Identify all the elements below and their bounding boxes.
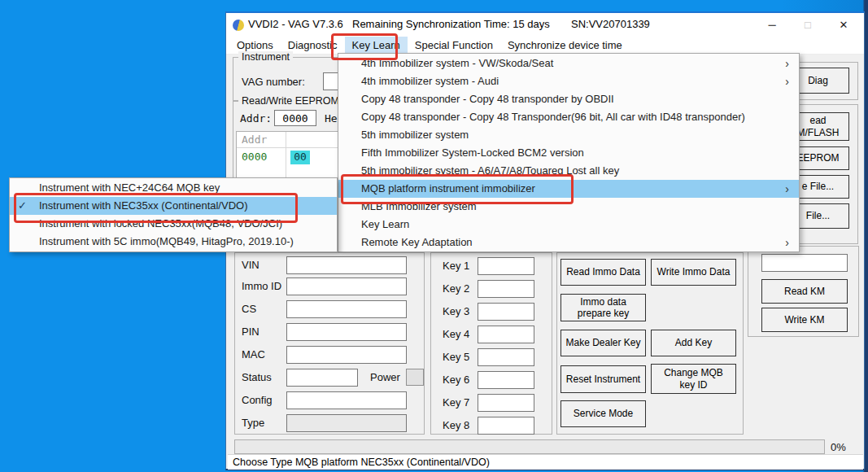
- status-label: Status: [242, 371, 272, 383]
- sync-time-text: Remaining Synchronization Time: 15 days: [352, 18, 550, 30]
- key2-input[interactable]: [478, 280, 534, 298]
- key4-label: Key 4: [443, 328, 469, 340]
- progress-bar: [234, 439, 825, 454]
- pin-label: PIN: [242, 326, 260, 338]
- menubar-item-special-function[interactable]: Special Function: [408, 37, 500, 54]
- annotation-box-mqb-platform: [341, 174, 574, 204]
- menu-item-4th-immobilizer-vw[interactable]: 4th Immobilizer system - VW/Skoda/Seat ›: [338, 55, 799, 72]
- key3-label: Key 3: [443, 305, 469, 317]
- immo-id-label: Immo ID: [242, 280, 281, 292]
- immo-id-input[interactable]: [286, 278, 407, 295]
- key7-input[interactable]: [478, 394, 534, 412]
- serial-number-text: SN:VV20701339: [571, 18, 650, 30]
- cs-input[interactable]: [286, 300, 407, 318]
- immo-data-prepare-key-button[interactable]: Immo data prepare key: [560, 294, 646, 321]
- annotation-box-nec35xx: [14, 193, 298, 223]
- submenu-item-5c-immo[interactable]: Instrument with 5C immo(MQB49, HitagPro,…: [10, 233, 337, 251]
- eeprom-row-address: 0000: [242, 151, 267, 163]
- key2-label: Key 2: [443, 282, 469, 295]
- menu-item-key-learn[interactable]: Key Learn: [338, 216, 799, 234]
- service-mode-button[interactable]: Service Mode: [560, 400, 646, 427]
- config-input[interactable]: [286, 391, 407, 409]
- submenu-arrow-icon: ›: [785, 72, 789, 90]
- read-immo-data-button[interactable]: Read Immo Data: [560, 259, 646, 286]
- key1-label: Key 1: [443, 260, 469, 272]
- type-label: Type: [242, 417, 264, 429]
- key3-input[interactable]: [478, 303, 534, 321]
- status-message: Choose Type MQB platform NEC35xx (Contin…: [233, 457, 490, 468]
- km-group: Read KM Write KM: [748, 246, 859, 337]
- menu-item-5th-locked-bcm2[interactable]: Fifth Immobilizer System-Locked BCM2 ver…: [338, 144, 799, 162]
- actions-group: Read Immo Data Write Immo Data Immo data…: [556, 252, 744, 435]
- menubar-item-synchronize[interactable]: Synchronize device time: [500, 37, 630, 54]
- pin-input[interactable]: [286, 323, 407, 341]
- menu-item-copy48-obdii[interactable]: Copy 48 transponder - Copy 48 transponde…: [338, 90, 799, 108]
- status-input[interactable]: [286, 369, 358, 387]
- write-immo-data-button[interactable]: Write Immo Data: [651, 259, 736, 286]
- power-indicator-box: [406, 369, 424, 386]
- immo-fields-group: VIN Immo ID CS PIN MAC Status Power Conf…: [234, 252, 425, 435]
- key6-label: Key 6: [443, 374, 469, 386]
- reset-instrument-button[interactable]: Reset Instrument: [560, 365, 646, 393]
- menu-item-copy48-96bit[interactable]: Copy 48 transponder - Copy 48 Transponde…: [338, 108, 799, 126]
- key5-input[interactable]: [478, 348, 534, 366]
- key6-input[interactable]: [478, 371, 534, 389]
- make-dealer-key-button[interactable]: Make Dealer Key: [560, 330, 646, 356]
- minimize-icon[interactable]: ─: [754, 13, 790, 36]
- eeprom-group-label: Read/Write EEPROM: [238, 95, 342, 107]
- title-bar: VVDI2 - VAG V7.3.6 Remaining Synchroniza…: [226, 13, 864, 37]
- progress-percent: 0%: [831, 441, 846, 453]
- key1-input[interactable]: [478, 257, 534, 275]
- power-label: Power: [370, 371, 400, 383]
- key4-input[interactable]: [478, 326, 534, 343]
- vag-number-label: VAG number:: [242, 76, 305, 88]
- maximize-icon[interactable]: □: [790, 13, 826, 36]
- submenu-arrow-icon: ›: [785, 180, 789, 198]
- eeprom-addr-input[interactable]: [274, 110, 316, 126]
- write-km-button[interactable]: Write KM: [761, 308, 848, 332]
- close-icon[interactable]: ✕: [826, 13, 861, 36]
- vin-input[interactable]: [286, 256, 407, 274]
- menu-item-remote-key-adaptation[interactable]: Remote Key Adaptation ›: [338, 234, 799, 251]
- instrument-group-label: Instrument: [238, 51, 293, 63]
- submenu-arrow-icon: ›: [785, 55, 789, 72]
- vin-label: VIN: [242, 259, 260, 271]
- menu-item-5th-immobilizer[interactable]: 5th immobilizer system: [338, 126, 799, 144]
- type-input[interactable]: [286, 414, 407, 432]
- eeprom-col-header: Addr: [242, 133, 267, 146]
- app-icon: [233, 20, 244, 31]
- eeprom-addr-label: Addr:: [240, 112, 272, 125]
- submenu-arrow-icon: ›: [785, 234, 789, 251]
- key-learn-menu: 4th Immobilizer system - VW/Skoda/Seat ›…: [338, 53, 800, 252]
- cs-label: CS: [242, 303, 256, 315]
- key7-label: Key 7: [443, 396, 469, 409]
- mac-label: MAC: [242, 348, 265, 361]
- window-title: VVDI2 - VAG V7.3.6: [248, 18, 343, 30]
- menu-bar: Options Diagnostic Key Learn Special Fun…: [226, 37, 864, 55]
- read-km-button[interactable]: Read KM: [761, 279, 848, 304]
- desktop: { "app": { "title": "VVDI2 - VAG V7.3.6"…: [0, 0, 868, 472]
- eeprom-selected-cell[interactable]: 00: [290, 151, 310, 164]
- key8-input[interactable]: [478, 417, 534, 435]
- status-bar: Choose Type MQB platform NEC35xx (Contin…: [228, 454, 863, 470]
- km-input[interactable]: [761, 254, 848, 272]
- keys-group: Key 1 Key 2 Key 3 Key 4 Key 5 Key 6 Key …: [430, 252, 552, 435]
- key8-label: Key 8: [443, 419, 469, 431]
- config-label: Config: [242, 394, 273, 406]
- change-mqb-key-id-button[interactable]: Change MQB key ID: [651, 364, 736, 394]
- mac-input[interactable]: [286, 346, 407, 364]
- add-key-button[interactable]: Add Key: [651, 330, 736, 356]
- key5-label: Key 5: [443, 351, 469, 363]
- menu-item-4th-immobilizer-audi[interactable]: 4th immobilizer system - Audi ›: [338, 72, 799, 90]
- annotation-box-key-learn: [331, 33, 398, 60]
